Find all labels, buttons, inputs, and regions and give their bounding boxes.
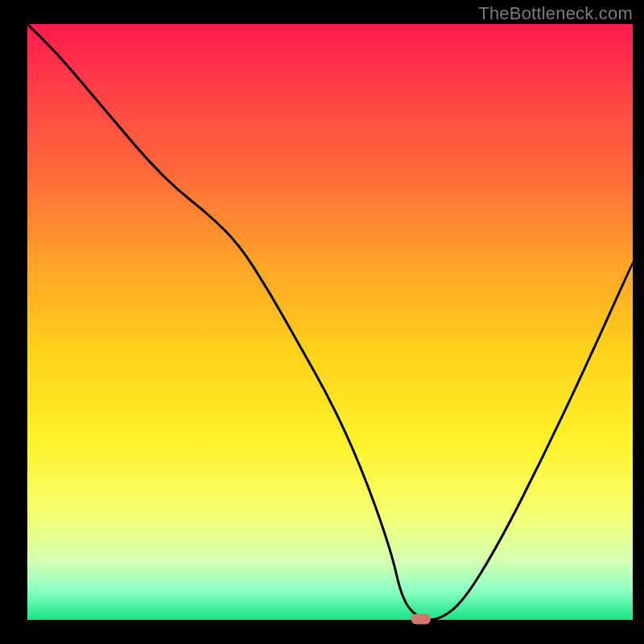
attribution-label: TheBottleneck.com: [478, 3, 633, 24]
optimal-marker: [411, 614, 431, 625]
bottleneck-chart: [0, 0, 644, 644]
plot-background: [27, 24, 633, 620]
chart-container: TheBottleneck.com: [0, 0, 644, 644]
